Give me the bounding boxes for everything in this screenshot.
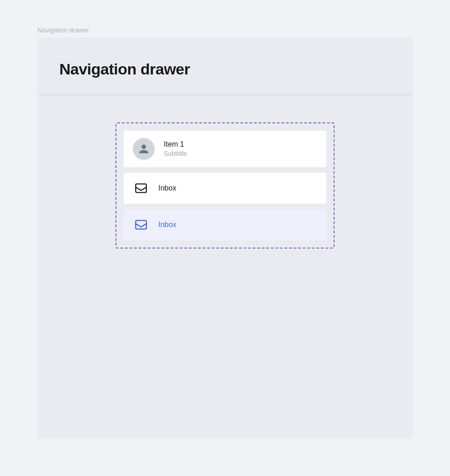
page-title: Navigation drawer	[59, 60, 391, 78]
list-item-profile[interactable]: Item 1 Subtittle	[124, 131, 326, 167]
person-icon	[138, 143, 149, 154]
item-subtitle: Subtittle	[164, 149, 187, 159]
page-label: Navigation drawer	[37, 26, 89, 34]
inbox-label-active: Inbox	[158, 221, 176, 229]
list-item-inbox-default[interactable]: Inbox	[124, 173, 326, 204]
header-section: Navigation drawer	[37, 37, 413, 95]
inbox-icon-active	[135, 218, 147, 231]
item-text: Item 1 Subtittle	[164, 139, 187, 159]
avatar	[133, 138, 155, 160]
content-section: Item 1 Subtittle Inbox	[37, 95, 413, 270]
dashed-container: Item 1 Subtittle Inbox	[115, 122, 335, 249]
inbox-icon-active-wrapper	[133, 217, 149, 233]
inbox-label-default: Inbox	[158, 184, 176, 192]
main-card: Navigation drawer Item 1 Subtittle	[37, 37, 413, 439]
list-item-inbox-active[interactable]: Inbox	[124, 209, 326, 240]
item-title: Item 1	[164, 139, 187, 149]
inbox-icon-default-wrapper	[133, 180, 149, 196]
inbox-icon-default	[135, 182, 147, 195]
